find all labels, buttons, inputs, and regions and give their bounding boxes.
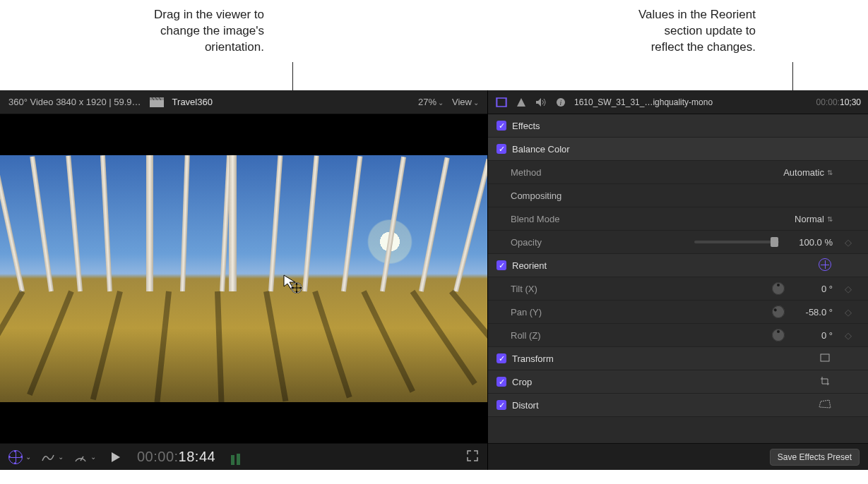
section-label: Crop [512,377,811,387]
retime-tool-button[interactable]: ⌄ [41,451,64,464]
inspector-header: i 1610_SW_31_31_…ighquality-mono 00:00:1… [488,90,868,114]
section-label: Reorient [512,260,811,271]
viewer-header-left: 360° Video 3840 x 1920 | 59.9… Travel360 [8,97,411,107]
compositing-section: Compositing [488,184,868,207]
crop-section[interactable]: Crop [488,370,868,394]
app-window: 360° Video 3840 x 1920 | 59.9… Travel360… [0,90,868,470]
svg-rect-16 [497,98,506,107]
svg-point-11 [296,291,298,293]
param-label: Method [511,167,778,178]
transform-checkbox[interactable] [497,353,506,363]
keyframe-button[interactable]: ◇ [838,307,858,317]
info-inspector-icon[interactable]: i [554,96,567,109]
svg-rect-18 [505,98,506,107]
keyframe-button[interactable]: ◇ [838,330,858,341]
reorient-cursor-icon [283,274,302,294]
svg-point-13 [299,287,302,289]
svg-marker-19 [517,98,525,107]
section-label: Distort [512,400,811,411]
inspector-timecode: 00:00:10;30 [816,97,861,107]
reorient-section[interactable]: Reorient [488,254,868,277]
viewer-format-label: 360° Video 3840 x 1920 | 59.9… [8,97,141,107]
distort-checkbox[interactable] [497,400,506,410]
viewer-footer: ⌄ ⌄ ⌄ 00:00:18:44 [0,443,487,470]
viewer-header-right: 27%⌄ View⌄ [418,97,479,107]
param-label: Blend Mode [511,214,789,224]
effects-section[interactable]: Effects [488,114,868,138]
crop-icon[interactable] [817,376,833,388]
viewer-pane: 360° Video 3840 x 1920 | 59.9… Travel360… [0,90,487,470]
color-inspector-icon[interactable] [515,96,528,109]
svg-text:i: i [560,99,562,107]
svg-marker-24 [819,400,831,408]
svg-marker-15 [112,452,120,462]
annotation-reorient: Values in the Reorient section update to… [579,7,756,56]
balance-color-checkbox[interactable] [497,144,506,154]
zoom-menu[interactable]: 27%⌄ [418,97,444,107]
viewer-header: 360° Video 3840 x 1920 | 59.9… Travel360… [0,90,487,114]
section-label: Compositing [511,190,858,201]
play-button[interactable] [112,452,120,462]
svg-marker-20 [536,98,541,107]
blendmode-popup[interactable]: Normal [795,214,833,224]
transform-icon[interactable] [817,353,833,365]
inspector-footer: Save Effects Preset [488,443,868,470]
save-effects-preset-button[interactable]: Save Effects Preset [770,449,860,466]
viewer-timecode: 00:00:18:44 [137,449,215,465]
opacity-row: Opacity 100.0 % ◇ [488,231,868,254]
reorient-checkbox[interactable] [497,260,506,270]
tilt-value[interactable]: 0 ° [790,284,833,294]
opacity-slider[interactable] [694,241,779,243]
transform-section[interactable]: Transform [488,347,868,370]
svg-rect-0 [150,100,164,107]
section-label: Effects [512,121,858,131]
roll-value[interactable]: 0 ° [790,330,833,341]
crop-checkbox[interactable] [497,377,506,387]
audio-meters [231,449,249,465]
speed-tool-button[interactable]: ⌄ [73,451,96,464]
audio-inspector-icon[interactable] [535,96,547,109]
clapperboard-icon [150,97,164,107]
svg-point-12 [292,287,294,289]
inspector-clip-title: 1610_SW_31_31_…ighquality-mono [574,97,809,107]
svg-point-10 [296,283,298,285]
section-label: Balance Color [512,144,858,155]
tilt-dial[interactable] [772,282,785,295]
tilt-row: Tilt (X) 0 ° ◇ [488,277,868,301]
blendmode-row: Blend Mode Normal [488,207,868,231]
section-label: Transform [512,353,811,364]
svg-rect-17 [497,98,498,107]
balance-color-section[interactable]: Balance Color [488,138,868,161]
keyframe-button[interactable]: ◇ [838,237,858,248]
pan-row: Pan (Y) -58.0 ° ◇ [488,301,868,324]
distort-section[interactable]: Distort [488,394,868,417]
param-label: Pan (Y) [511,307,766,317]
reorient-tool-button[interactable]: ⌄ [8,450,31,464]
inspector-body: Effects Balance Color Method Automatic C… [488,114,868,443]
viewer-clip-name: Travel360 [172,97,213,107]
effects-checkbox[interactable] [497,121,506,131]
method-row: Method Automatic [488,161,868,184]
opacity-value[interactable]: 100.0 % [790,237,833,248]
svg-marker-5 [284,275,295,289]
pan-value[interactable]: -58.0 ° [790,307,833,317]
method-popup[interactable]: Automatic [783,167,833,178]
pan-dial[interactable] [770,303,787,321]
roll-dial[interactable] [772,329,785,341]
distort-icon[interactable] [817,399,833,411]
keyframe-button[interactable]: ◇ [838,284,858,294]
viewer-360-image[interactable] [0,155,487,402]
param-label: Roll (Z) [511,330,766,341]
view-menu[interactable]: View⌄ [452,97,479,107]
reorient-icon[interactable] [817,258,833,273]
inspector-pane: i 1610_SW_31_31_…ighquality-mono 00:00:1… [487,90,868,470]
video-inspector-icon[interactable] [495,96,508,109]
fullscreen-button[interactable] [466,449,479,464]
param-label: Tilt (X) [511,284,766,294]
roll-row: Roll (Z) 0 ° ◇ [488,324,868,347]
annotation-viewer: Drag in the viewer to change the image's… [88,7,264,56]
svg-rect-23 [821,354,829,361]
viewer-canvas[interactable] [0,114,487,443]
param-label: Opacity [511,237,683,248]
